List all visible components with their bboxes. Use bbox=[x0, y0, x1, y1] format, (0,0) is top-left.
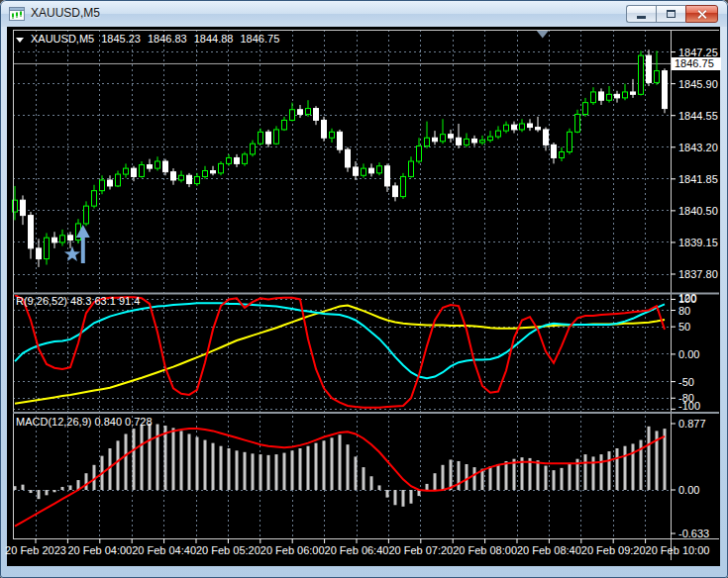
window-titlebar[interactable]: XAUUSD,M5 bbox=[0, 0, 728, 27]
chart-window-icon bbox=[9, 6, 25, 22]
maximize-button[interactable] bbox=[656, 5, 685, 23]
window-title: XAUUSD,M5 bbox=[31, 6, 100, 20]
minimize-button[interactable] bbox=[626, 5, 656, 23]
mt4-chart-window: XAUUSD,M5 1847.251845.901844.551843.2018… bbox=[0, 0, 728, 578]
window-controls bbox=[626, 5, 718, 23]
close-icon bbox=[696, 9, 707, 20]
current-price-tag: 1846.75 bbox=[672, 57, 721, 70]
minimize-icon bbox=[637, 16, 646, 19]
chart-client-area[interactable] bbox=[7, 27, 720, 566]
restore-icon bbox=[667, 10, 676, 18]
close-button[interactable] bbox=[685, 5, 718, 23]
